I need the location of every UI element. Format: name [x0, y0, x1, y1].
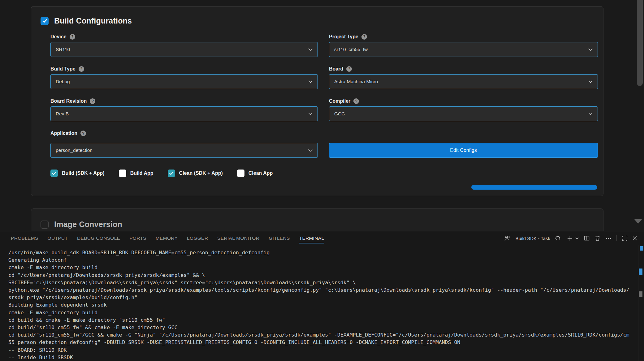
- build-type-value: Debug: [56, 79, 308, 84]
- terminal-actions: Build SDK - Task: [504, 235, 637, 242]
- vscode-window: Build Configurations Device ? SR110: [0, 0, 644, 361]
- kill-terminal-trash-icon[interactable]: [595, 235, 600, 241]
- build-type-help-icon[interactable]: ?: [79, 66, 84, 72]
- terminal-line: -- Inside Build SRSDK: [8, 354, 638, 361]
- application-help-icon[interactable]: ?: [80, 131, 86, 136]
- split-terminal-icon[interactable]: [584, 235, 590, 241]
- checkbox-build-sdk-app[interactable]: Build (SDK + App): [50, 170, 105, 177]
- image-conversion-card: Image Conversion: [31, 208, 603, 231]
- terminal-line: Building Example dependent srsdk: [8, 301, 638, 309]
- checkbox-clean-app[interactable]: Clean App: [237, 170, 273, 177]
- checkbox-build-app[interactable]: Build App: [119, 170, 153, 177]
- checkbox-label: Build App: [130, 170, 153, 176]
- application-select[interactable]: person_detection: [50, 143, 318, 158]
- spinner-icon: [555, 235, 561, 241]
- active-terminal-label[interactable]: Build SDK - Task: [516, 236, 550, 241]
- chevron-down-icon: [588, 113, 593, 115]
- panel-tab-debug-console[interactable]: DEBUG CONSOLE: [77, 231, 120, 245]
- panel-tab-ports[interactable]: PORTS: [129, 231, 146, 245]
- panel-tab-serial-monitor[interactable]: SERIAL MONITOR: [217, 231, 259, 245]
- terminal-line: cd build/"sr110_cm55_fw"/GCC && cmake -G…: [8, 331, 638, 339]
- panel-tab-terminal[interactable]: TERMINAL: [299, 231, 324, 245]
- board-revision-help-icon[interactable]: ?: [90, 98, 95, 104]
- terminal-line: -- BOARD: SR110_RDK: [8, 346, 638, 354]
- terminal-line: SRCTREE="c:\Users\pnataraj\Downloads\srs…: [8, 279, 638, 286]
- checked-checkbox[interactable]: [168, 170, 175, 177]
- device-help-icon[interactable]: ?: [70, 34, 75, 40]
- panel-tab-bar: PROBLEMSOUTPUTDEBUG CONSOLEPORTSMEMORYLO…: [0, 231, 644, 245]
- application-label: Application: [50, 131, 77, 136]
- build-configurations-checkbox[interactable]: [41, 17, 49, 25]
- board-revision-select[interactable]: Rev B: [50, 106, 318, 121]
- bottom-panel: PROBLEMSOUTPUTDEBUG CONSOLEPORTSMEMORYLO…: [0, 231, 644, 361]
- build-type-select[interactable]: Debug: [50, 74, 318, 89]
- chevron-down-icon: [588, 80, 593, 83]
- panel-tab-output[interactable]: OUTPUT: [48, 231, 68, 245]
- board-revision-value: Rev B: [56, 111, 308, 117]
- scroll-down-arrow-icon[interactable]: [634, 219, 642, 224]
- close-panel-icon[interactable]: [633, 236, 637, 241]
- panel-tab-problems[interactable]: PROBLEMS: [11, 231, 38, 245]
- device-label: Device: [50, 34, 67, 40]
- project-type-help-icon[interactable]: ?: [361, 34, 367, 40]
- device-value: SR110: [56, 47, 308, 52]
- checkbox-label: Clean (SDK + App): [179, 170, 223, 176]
- checked-checkbox[interactable]: [50, 170, 58, 177]
- build-configurations-header: Build Configurations: [41, 16, 597, 25]
- chevron-down-icon: [308, 113, 313, 115]
- terminal-output[interactable]: /usr/bin/make build_sdk BOARD=SR110_RDK …: [0, 245, 644, 361]
- compiler-select[interactable]: GCC: [329, 106, 598, 121]
- panel-tab-logger[interactable]: LOGGER: [187, 231, 208, 245]
- chevron-down-icon: [308, 80, 313, 83]
- build-type-label: Build Type: [50, 66, 76, 72]
- board-select[interactable]: Astra Machina Micro: [329, 74, 598, 89]
- terminal-scrollbar[interactable]: [638, 245, 644, 361]
- unchecked-checkbox[interactable]: [119, 170, 126, 177]
- ellipsis-more-actions-icon[interactable]: [606, 238, 611, 239]
- terminal-dropdown-chevron[interactable]: [575, 237, 579, 239]
- check-icon: [169, 172, 174, 175]
- terminal-line: Generating Autoconf: [8, 256, 638, 264]
- build-extension-webview: Build Configurations Device ? SR110: [0, 0, 644, 231]
- board-value: Astra Machina Micro: [334, 79, 588, 84]
- webview-scrollbar-thumb[interactable]: [637, 0, 643, 86]
- terminal-line: cmake -E make_directory build: [8, 309, 638, 316]
- terminal-line: cmake -E make_directory build: [8, 264, 638, 271]
- board-revision-label: Board Revision: [50, 98, 87, 104]
- chevron-down-icon: [588, 48, 593, 51]
- unchecked-checkbox[interactable]: [237, 170, 244, 177]
- board-help-icon[interactable]: ?: [346, 66, 352, 72]
- application-value: person_detection: [56, 148, 308, 153]
- check-icon: [42, 19, 47, 23]
- terminal-command-decoration: [639, 291, 642, 297]
- new-terminal-button[interactable]: [567, 236, 573, 241]
- compiler-label: Compiler: [329, 98, 350, 104]
- edit-configs-button[interactable]: Edit Configs: [329, 143, 598, 158]
- build-action-checkbox-row: Build (SDK + App)Build AppClean (SDK + A…: [50, 170, 597, 177]
- build-configurations-card: Build Configurations Device ? SR110: [31, 6, 603, 196]
- panel-tab-memory[interactable]: MEMORY: [156, 231, 178, 245]
- device-select[interactable]: SR110: [50, 42, 318, 57]
- maximize-panel-icon[interactable]: [622, 236, 627, 241]
- panel-tab-gitlens[interactable]: GITLENS: [269, 231, 290, 245]
- terminal-line: /usr/bin/make build_sdk BOARD=SR110_RDK …: [8, 249, 638, 256]
- chevron-down-icon: [308, 149, 313, 152]
- terminal-line: 55_person_detection_defconfig" -DBUILD=S…: [8, 339, 638, 346]
- checkbox-label: Build (SDK + App): [62, 170, 105, 176]
- build-progress-bar: [471, 185, 597, 190]
- image-conversion-checkbox[interactable]: [41, 221, 49, 229]
- image-conversion-title: Image Conversion: [54, 220, 122, 229]
- compiler-help-icon[interactable]: ?: [353, 98, 359, 104]
- terminal-line: cd build/"sr110_cm55_fw" && cmake -E mak…: [8, 324, 638, 331]
- project-type-label: Project Type: [329, 34, 358, 40]
- compiler-value: GCC: [334, 111, 588, 117]
- project-type-value: sr110_cm55_fw: [334, 47, 588, 52]
- terminal-command-decoration: [640, 246, 643, 251]
- terminal-line: cd build && cmake -E make_directory "sr1…: [8, 316, 638, 324]
- build-configurations-title: Build Configurations: [54, 16, 132, 25]
- terminal-line: cd "/c/Users/pnataraj/Downloads/srsdk_pr…: [8, 272, 638, 279]
- project-type-select[interactable]: sr110_cm55_fw: [329, 42, 598, 57]
- checkbox-clean-sdk-app[interactable]: Clean (SDK + App): [168, 170, 223, 177]
- terminal-line: srsdk_priya/srsdk/examples/build/config.…: [8, 294, 638, 301]
- panel-tabs: PROBLEMSOUTPUTDEBUG CONSOLEPORTSMEMORYLO…: [11, 231, 324, 245]
